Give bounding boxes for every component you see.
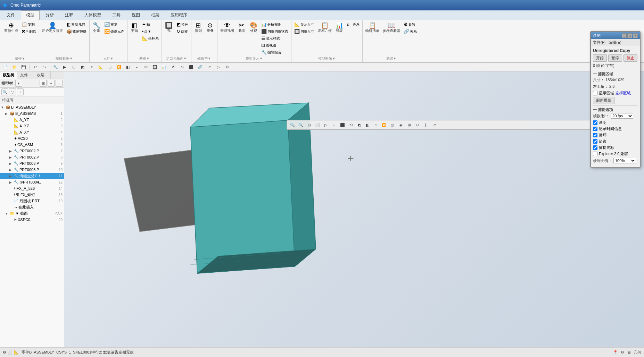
small-btn12[interactable]: 🔲 xyxy=(151,63,159,71)
tab-applications[interactable]: 应用程序 xyxy=(165,10,192,20)
relations-btn[interactable]: 🔗 关系 xyxy=(402,28,418,35)
regenerate-btn[interactable]: ⊕ 重新生成 xyxy=(3,21,19,34)
new-btn[interactable]: 📄 xyxy=(2,63,9,71)
tab-annotate[interactable]: 注释 xyxy=(60,10,79,20)
tab-tools[interactable]: 工具 xyxy=(107,10,126,20)
small-btn9[interactable]: ◧ xyxy=(124,63,132,71)
tab-file[interactable]: 文件 xyxy=(1,10,20,20)
tab-view[interactable]: 视图 xyxy=(126,10,145,20)
view-btn2[interactable]: ▷ xyxy=(322,121,330,129)
shrink-wrap-btn[interactable]: 📦 收缩包络 xyxy=(65,28,88,35)
tree-item-a-xy[interactable]: 📐 A_XY 4 xyxy=(0,129,64,135)
border-checkbox[interactable] xyxy=(593,139,597,144)
ref-viewer-btn[interactable]: 📖 参考查看器 xyxy=(381,21,402,34)
dialog-maximize-btn[interactable]: □ xyxy=(627,33,632,38)
array-btn[interactable]: ⊞ 阵列 xyxy=(193,21,204,34)
tree-item-haizu[interactable]: ▶ 🔧 海组生父C！ 11 xyxy=(0,173,64,179)
undo-btn[interactable]: ↩ xyxy=(31,63,39,71)
explode-btn[interactable]: 📊 分解视图 xyxy=(260,21,290,28)
view-btn11[interactable]: ◈ xyxy=(397,121,405,129)
stop-btn[interactable]: 停止 xyxy=(624,54,637,62)
view-btn1[interactable]: ⬜ xyxy=(314,121,321,129)
filter-btn[interactable]: ▽ xyxy=(9,88,16,95)
fps-select[interactable]: 20 fps 15 fps 30 fps xyxy=(611,113,633,119)
tab-human-model[interactable]: 人体模型 xyxy=(79,10,106,20)
point-btn[interactable]: • 点▼ xyxy=(141,28,160,35)
view-btn9[interactable]: 🔀 xyxy=(380,121,388,129)
small-btn14[interactable]: ↺ xyxy=(169,63,177,71)
hole-btn[interactable]: 🔲 孔 xyxy=(163,21,174,34)
tab-frame[interactable]: 框架 xyxy=(146,10,165,20)
loop-checkbox[interactable] xyxy=(593,133,597,137)
zoom-fit-btn[interactable]: ⊡ xyxy=(305,121,313,129)
tree-item-zifx[interactable]: / 组IFX_螺钉 15 xyxy=(0,192,64,198)
params-btn[interactable]: ⚙ 参数 xyxy=(402,21,418,28)
perspective-btn[interactable]: ⊡ 透视图 xyxy=(260,42,290,49)
toggle-state-btn[interactable]: ⬛ 切换切换状态 xyxy=(260,28,290,35)
user-feature-btn[interactable]: 👤 用户定义特征 xyxy=(41,21,64,34)
clear-screen-btn[interactable]: 刷新屏幕 xyxy=(593,97,614,104)
tree-item-prt0004[interactable]: ▶ 🔧 ⑤PRT0004.. 12 xyxy=(0,179,64,185)
relation-btn[interactable]: d= 关系 xyxy=(346,21,361,28)
view-btn10[interactable]: ◎ xyxy=(389,121,396,129)
small-btn4[interactable]: ◩ xyxy=(79,63,86,71)
view-btn5[interactable]: ⟲ xyxy=(347,121,355,129)
explorer-checkbox[interactable] xyxy=(593,152,597,156)
open-btn[interactable]: 📁 xyxy=(11,63,18,71)
tree-expand-btn[interactable]: + xyxy=(48,80,55,87)
tree-item-b-assembly[interactable]: ▼ 📦 B_ASSEMBLY_ xyxy=(0,104,64,110)
assemble-btn[interactable]: 🔧 创建 xyxy=(91,21,102,34)
manage-table-btn[interactable]: 📊 管表 xyxy=(334,21,345,34)
publish-geo-btn[interactable]: 📋 发布几何 xyxy=(316,21,333,34)
small-btn16[interactable]: ⬛ xyxy=(187,63,195,71)
small-btn17[interactable]: 🔗 xyxy=(196,63,204,71)
small-btn6[interactable]: 📐 xyxy=(97,63,105,71)
view-btn8[interactable]: ⊕ xyxy=(372,121,380,129)
tree-item-prt0002-2[interactable]: ▶ 🔧 PRT0002.P 8 xyxy=(0,154,64,160)
small-btn18[interactable]: ↗ xyxy=(205,63,213,71)
tree-container[interactable]: ▼ 📦 B_ASSEMBLY_ ▶ 📦 B_ASSEMB 1 📐 A_YZ 2 xyxy=(0,104,64,354)
cursor-checkbox[interactable] xyxy=(593,145,597,150)
tab-model[interactable]: 模型 xyxy=(21,10,40,20)
tree-item-cs-asm[interactable]: ✦ CS_ASM 6 xyxy=(0,142,64,148)
tree-item-b-assemb[interactable]: ▶ 📦 B_ASSEMB 1 xyxy=(0,110,64,117)
view-btn3[interactable]: ↔ xyxy=(330,121,338,129)
dialog-close-btn[interactable]: × xyxy=(633,33,638,38)
manage-view-btn[interactable]: 👁 管理视图 xyxy=(219,21,236,34)
edit-combine-btn[interactable]: 🔧 编辑组合 xyxy=(260,49,290,56)
record-time-checkbox[interactable] xyxy=(593,127,597,131)
small-btn10[interactable]: • xyxy=(133,63,141,71)
tree-item-insert[interactable]: → 在此插入 xyxy=(0,204,64,210)
viewport[interactable]: 🔍 🔍 ⊡ ⬜ ▷ ↔ ⬛ ⟲ ◩ ◧ ⊕ 🔀 ◎ ◈ ⊞ ⊙ ∥ ↗ xyxy=(64,71,644,357)
pause-btn[interactable]: 暂停 xyxy=(608,54,622,62)
select-area-label[interactable]: 选择区域 xyxy=(616,91,631,96)
small-btn7[interactable]: ⊞ xyxy=(106,63,114,71)
appearance-btn[interactable]: 🎨 外观 xyxy=(248,21,259,34)
tree-item-a-xz[interactable]: 📐 A_XZ 3 xyxy=(0,123,64,129)
zoom-in-btn[interactable]: 🔍 xyxy=(289,121,296,129)
small-btn13[interactable]: 📊 xyxy=(160,63,168,71)
bom-btn[interactable]: 📋 物料清单 xyxy=(364,21,381,34)
section-btn[interactable]: ✂ 截面 xyxy=(236,21,247,34)
tree-item-houmian[interactable]: 📄 后图板.PRT 19 xyxy=(0,198,64,204)
panel-tab-layers[interactable]: 收层... xyxy=(34,71,51,79)
zoom-out-btn[interactable]: 🔍 xyxy=(297,121,305,129)
tree-item-a-yz[interactable]: 📐 A_YZ 2 xyxy=(0,117,64,123)
delete-btn[interactable]: ✖ × 删除 xyxy=(20,28,38,35)
redo-btn[interactable]: ↪ xyxy=(40,63,48,71)
panel-tab-model-tree[interactable]: 模型树 xyxy=(0,71,17,79)
view-btn15[interactable]: ↗ xyxy=(430,121,438,129)
small-btn3[interactable]: ⊡ xyxy=(70,63,77,71)
dialog-menu-file[interactable]: 文件(F) xyxy=(593,40,605,44)
small-btn11[interactable]: ✂ xyxy=(142,63,150,71)
small-btn5[interactable]: ✦ xyxy=(88,63,96,71)
view-btn7[interactable]: ◧ xyxy=(364,121,371,129)
transparent-checkbox[interactable] xyxy=(593,120,597,125)
show-area-checkbox[interactable] xyxy=(593,91,597,95)
show-size-btn[interactable]: 📐 显示尺寸 xyxy=(293,21,316,28)
search-btn[interactable]: 🔍 xyxy=(1,88,8,95)
view-btn4[interactable]: ⬛ xyxy=(339,121,346,129)
panel-tab-file[interactable]: 文件... xyxy=(17,71,34,79)
switch-size-btn[interactable]: 🔲 切换尺寸 xyxy=(293,28,316,35)
small-btn8[interactable]: 🔀 xyxy=(115,63,123,71)
